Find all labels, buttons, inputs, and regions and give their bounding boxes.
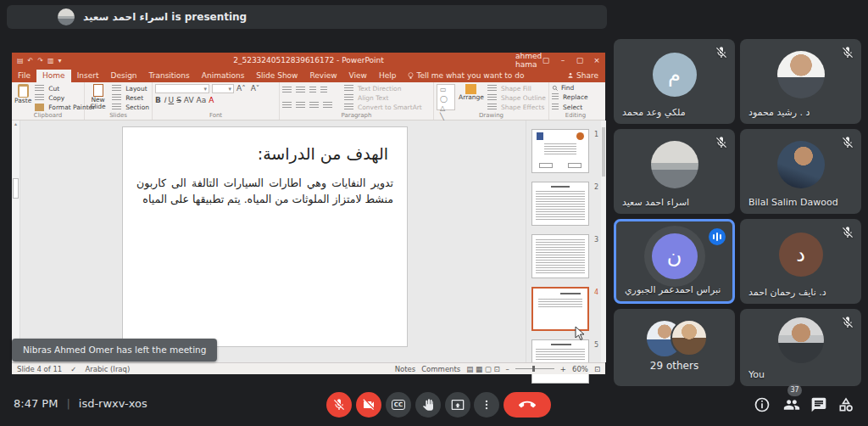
restore-button[interactable]: ▢ — [571, 56, 588, 64]
present-button[interactable] — [445, 392, 470, 418]
underline-button[interactable]: U — [169, 96, 175, 104]
shape-outline-button[interactable]: Shape Outline — [487, 94, 546, 102]
font-name-combobox[interactable]: ▾ — [155, 84, 209, 93]
thumbnail-slide-5[interactable] — [531, 339, 589, 384]
new-slide-button[interactable]: New Slide — [87, 84, 108, 112]
new-slide-icon — [93, 84, 103, 97]
redo-icon[interactable]: ↷ — [37, 57, 43, 64]
thumbnail-slide-4-selected[interactable] — [531, 287, 589, 331]
overflow-participants-tile[interactable]: 29 others — [614, 309, 735, 386]
zoom-in-button[interactable]: + — [560, 365, 566, 373]
shrink-font-button[interactable]: A˅ — [251, 84, 260, 93]
tab-design[interactable]: Design — [104, 70, 142, 82]
comments-button[interactable]: Comments — [421, 365, 460, 373]
zoom-slider-thumb[interactable] — [532, 366, 535, 372]
shape-fill-button[interactable]: Shape Fill — [487, 85, 546, 92]
self-view-tile[interactable]: You — [740, 309, 861, 386]
tab-home[interactable]: Home — [36, 70, 71, 82]
tab-transitions[interactable]: Transitions — [143, 70, 196, 82]
close-button[interactable]: × — [588, 56, 605, 64]
slide-vertical-scrollbar[interactable]: ▴ ▲ ▼ — [12, 121, 20, 362]
participant-tile[interactable]: اسراء احمد سعيد — [614, 129, 735, 214]
list-buttons[interactable] — [282, 87, 334, 94]
slide-canvas[interactable]: الهدف من الدراسة: تدوير النفايات وهي اطا… — [123, 127, 407, 346]
section-button[interactable]: Section — [112, 104, 149, 111]
bold-button[interactable]: B — [155, 96, 161, 104]
share-button[interactable]: Share — [560, 70, 605, 82]
layout-button[interactable]: Layout — [112, 85, 149, 92]
participant-tile[interactable]: د د. نايف رحمان احمد — [740, 219, 861, 304]
zoom-level[interactable]: 60% — [572, 365, 588, 373]
tab-review[interactable]: Review — [303, 70, 342, 82]
change-case-button[interactable]: Aa — [197, 96, 207, 104]
grow-font-button[interactable]: A˄ — [236, 84, 246, 93]
zoom-out-button[interactable]: – — [506, 365, 509, 373]
replace-button[interactable]: Replace — [552, 93, 588, 101]
thumbnail-slide-2[interactable] — [531, 182, 589, 226]
scrollbar-thumb[interactable] — [13, 178, 19, 199]
shape-effects-button[interactable]: Shape Effects — [487, 104, 546, 111]
alignment-buttons[interactable] — [282, 102, 334, 109]
tab-file[interactable]: File — [12, 70, 36, 82]
ribbon-group-slides: New Slide Layout Reset Section Slides — [85, 82, 153, 120]
thumbnail-slide-3[interactable] — [531, 234, 589, 278]
thumbnail-scrollbar[interactable] — [601, 121, 606, 362]
select-button[interactable]: Select — [552, 104, 588, 111]
qat-dropdown-icon[interactable]: ▾ — [58, 57, 62, 64]
meet-app: اسراء احمد سعيد is presenting ▤ ↶ ↷ ▥ ▾ … — [0, 0, 868, 426]
tab-view[interactable]: View — [343, 70, 373, 82]
presenter-avatar — [58, 8, 75, 25]
tell-me-box[interactable]: Tell me what you want to do — [402, 70, 530, 82]
participants-button[interactable] — [783, 396, 800, 413]
more-options-button[interactable] — [474, 392, 499, 418]
arrange-button[interactable]: Arrange — [459, 84, 484, 112]
scroll-up-icon[interactable]: ▴ — [14, 121, 17, 126]
convert-smartart-button[interactable]: Convert to SmartArt — [344, 104, 422, 111]
text-direction-button[interactable]: Text Direction — [344, 85, 422, 92]
view-mode-icons[interactable]: ▤ ▦ ▢ ⊡ — [466, 365, 499, 373]
minimize-button[interactable]: – — [554, 56, 571, 64]
font-size-combobox[interactable]: ▾ — [212, 84, 234, 93]
paste-button[interactable]: Paste — [14, 84, 31, 112]
reset-button[interactable]: Reset — [112, 94, 149, 102]
character-spacing-button[interactable]: AV — [184, 96, 194, 104]
fit-slide-icon[interactable]: ⊡ — [594, 365, 600, 373]
language-indicator[interactable]: Arabic (Iraq) — [85, 365, 130, 373]
tab-insert[interactable]: Insert — [71, 70, 105, 82]
participant-tile[interactable]: Bilal Salim Dawood — [740, 129, 861, 214]
notes-button[interactable]: Notes — [395, 365, 416, 373]
chat-button[interactable] — [810, 396, 827, 413]
tab-slideshow[interactable]: Slide Show — [250, 70, 303, 82]
ribbon-group-clipboard: Paste Cut Copy Format Painter Clipboard — [12, 82, 85, 120]
undo-icon[interactable]: ↶ — [28, 57, 34, 64]
font-color-button[interactable]: A — [209, 96, 214, 104]
presenting-text: اسراء احمد سعيد is presenting — [83, 11, 247, 23]
print-preview-icon[interactable]: ▥ — [47, 57, 54, 64]
raise-hand-button[interactable] — [415, 392, 441, 418]
thumbnail-slide-1[interactable] — [531, 129, 589, 173]
shapes-gallery[interactable]: ▭ ◯ △ ╲ ☆ ◇ ▽ ○ — [437, 84, 455, 110]
mic-toggle-button[interactable] — [326, 392, 352, 418]
info-button[interactable] — [754, 396, 771, 413]
participant-tile[interactable]: م ملكي وعد محمد — [614, 39, 735, 124]
ppt-quick-access-toolbar[interactable]: ▤ ↶ ↷ ▥ ▾ — [12, 57, 62, 64]
captions-button[interactable]: CC — [386, 392, 411, 418]
tab-animations[interactable]: Animations — [196, 70, 251, 82]
ppt-account-name[interactable]: ahmed hama — [515, 52, 532, 69]
participant-tile-active-speaker[interactable]: ن نبراس احمدعمر الجبوري — [614, 219, 735, 304]
camera-toggle-button[interactable] — [356, 392, 381, 418]
zoom-slider[interactable] — [515, 368, 554, 369]
slide-title: الهدف من الدراسة: — [142, 144, 388, 163]
italic-button[interactable]: I — [164, 96, 166, 104]
align-text-button[interactable]: Align Text — [344, 94, 422, 102]
activities-button[interactable] — [837, 396, 854, 413]
save-icon[interactable]: ▤ — [17, 57, 24, 64]
ribbon-display-icon[interactable]: ▢ — [537, 56, 554, 64]
spellcheck-icon[interactable]: ✓ — [70, 365, 76, 373]
strikethrough-button[interactable]: S — [176, 96, 181, 104]
find-button[interactable]: Find — [552, 85, 588, 92]
tab-help[interactable]: Help — [373, 70, 403, 82]
end-call-button[interactable] — [504, 392, 551, 418]
participant-tile[interactable]: د . رشيد محمود — [740, 39, 861, 124]
slide-body-text: تدوير النفايات وهي اطارات السيارات التال… — [136, 175, 393, 208]
